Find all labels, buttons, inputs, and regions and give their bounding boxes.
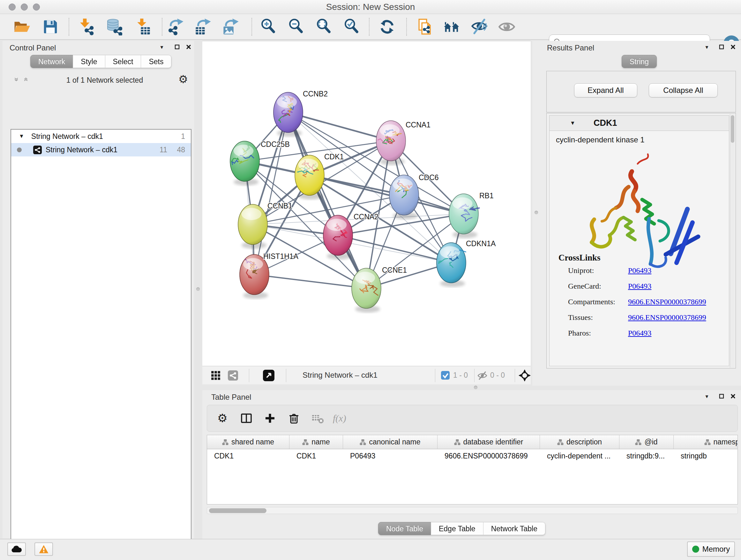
network-edge[interactable] <box>254 274 366 288</box>
network-node-CCNE1[interactable]: CCNE1 <box>352 266 407 313</box>
duplicate-network-button[interactable] <box>416 18 433 36</box>
table-options-gear-icon[interactable]: ⚙ <box>217 412 227 425</box>
collapse-all-button[interactable]: Collapse All <box>649 83 718 98</box>
bottom-splitter-handle[interactable] <box>474 386 477 389</box>
save-session-button[interactable] <box>42 18 59 36</box>
crosslink-value-link[interactable]: 9606.ENSP00000378699 <box>628 298 706 306</box>
open-session-button[interactable] <box>13 18 30 36</box>
crosslink-value-link[interactable]: P06493 <box>628 329 651 337</box>
birdseye-view-icon[interactable] <box>263 370 274 381</box>
tab-network[interactable]: Network <box>30 55 73 68</box>
network-view-icon[interactable] <box>228 370 238 381</box>
table-cell[interactable]: P06493 <box>343 449 437 462</box>
grid-view-icon[interactable] <box>211 370 221 381</box>
tab-style[interactable]: Style <box>73 55 105 68</box>
show-columns-icon[interactable] <box>240 412 253 425</box>
network-node-CCNB2[interactable]: CCNB2 <box>273 90 328 137</box>
tab-string[interactable]: String <box>622 55 657 68</box>
memory-button[interactable]: Memory <box>687 542 735 557</box>
table-cell[interactable]: CDK1 <box>289 449 343 462</box>
crosslink-value-link[interactable]: P06493 <box>628 266 651 275</box>
tab-sets[interactable]: Sets <box>141 55 172 68</box>
import-table-button[interactable] <box>134 18 151 36</box>
add-column-icon[interactable] <box>264 412 276 425</box>
tab-select[interactable]: Select <box>105 55 141 68</box>
function-builder-icon[interactable]: f(x) <box>331 412 351 425</box>
network-canvas[interactable]: CCNB2 CCNA1 CDC25B CDK1 CDC6 RB1 CCNB1 <box>202 41 531 366</box>
table-scrollbar-thumb[interactable] <box>209 508 266 513</box>
hidden-eye-icon[interactable] <box>477 371 487 381</box>
expand-all-networks-icon[interactable] <box>22 75 30 84</box>
expand-all-button[interactable]: Expand All <box>574 83 637 98</box>
results-panel-float-icon[interactable] <box>718 44 725 51</box>
zoom-selected-button[interactable] <box>343 18 360 36</box>
warnings-button[interactable] <box>35 543 53 556</box>
show-all-button[interactable] <box>498 18 515 36</box>
table-cell[interactable]: CDK1 <box>207 449 289 462</box>
export-table-button[interactable] <box>195 18 212 36</box>
first-neighbors-button[interactable] <box>443 18 461 36</box>
network-node-RB1[interactable]: RB1 <box>449 192 494 238</box>
network-panel-options-gear-icon[interactable]: ⚙ <box>178 73 189 85</box>
results-panel-menu-icon[interactable]: ▼ <box>703 44 711 51</box>
collection-expander-icon[interactable]: ▼ <box>19 133 24 139</box>
zoom-in-button[interactable] <box>260 18 277 36</box>
network-edge[interactable] <box>310 175 464 214</box>
apply-layout-button[interactable] <box>379 18 396 36</box>
export-network-button[interactable] <box>167 18 185 36</box>
network-graph[interactable]: CCNB2 CCNA1 CDC25B CDK1 CDC6 RB1 CCNB1 <box>202 41 531 366</box>
table-cell[interactable]: stringdb:9... <box>619 449 674 462</box>
control-panel-float-icon[interactable] <box>174 44 181 51</box>
cloud-status-button[interactable] <box>7 543 26 556</box>
column-header-canonical-name[interactable]: canonical name <box>343 435 437 449</box>
delete-column-icon[interactable] <box>287 412 300 425</box>
zoom-out-button[interactable] <box>287 18 305 36</box>
import-network-database-button[interactable] <box>105 18 122 36</box>
right-splitter-handle[interactable] <box>535 211 538 214</box>
network-node-CDKN1A[interactable]: CDKN1A <box>436 240 496 287</box>
hide-selected-button[interactable] <box>471 18 488 36</box>
selected-checkbox-icon[interactable] <box>441 371 450 380</box>
collapse-all-networks-icon[interactable] <box>12 75 20 84</box>
export-image-button[interactable] <box>222 18 240 36</box>
zoom-fit-button[interactable] <box>315 18 333 36</box>
crosslink-value-link[interactable]: 9606.ENSP00000378699 <box>628 313 706 322</box>
table-horizontal-scrollbar[interactable] <box>207 507 738 514</box>
delete-table-icon[interactable] <box>311 412 324 425</box>
column-header-name[interactable]: name <box>289 435 343 449</box>
control-panel-menu-icon[interactable]: ▼ <box>158 44 165 51</box>
table-cell[interactable]: 9606.ENSP00000378699 <box>437 449 540 462</box>
table-cell[interactable]: stringdb <box>674 449 738 462</box>
import-network-button[interactable] <box>77 18 94 36</box>
column-header-database-identifier[interactable]: database identifier <box>437 435 540 449</box>
network-edge[interactable] <box>288 112 366 288</box>
left-splitter-handle[interactable] <box>196 287 200 291</box>
gene-section-header[interactable]: ▼ CDK1 <box>549 116 729 131</box>
network-node-CCNA1[interactable]: CCNA1 <box>376 121 430 165</box>
tab-edge-table[interactable]: Edge Table <box>431 522 483 535</box>
table-cell[interactable]: cyclin-dependent ... <box>540 449 619 462</box>
column-header-namespace[interactable]: namespace <box>674 435 738 449</box>
column-header-description[interactable]: description <box>540 435 619 449</box>
network-edge[interactable] <box>254 112 288 274</box>
table-row[interactable]: CDK1CDK1P064939606.ENSP00000378699cyclin… <box>207 449 738 462</box>
tab-node-table[interactable]: Node Table <box>378 522 431 535</box>
network-edge[interactable] <box>338 235 451 263</box>
fit-selected-crosshair-icon[interactable] <box>518 369 531 382</box>
tab-network-table[interactable]: Network Table <box>483 522 545 535</box>
table-panel-float-icon[interactable] <box>718 393 725 400</box>
crosslink-value-link[interactable]: P06493 <box>628 282 651 291</box>
network-node-CDC25B[interactable]: CDC25B <box>230 140 290 186</box>
network-node-HIST1H1A[interactable]: HIST1H1A <box>240 252 299 299</box>
network-node-CDC6[interactable]: CDC6 <box>389 173 439 219</box>
results-scrollbar[interactable] <box>730 114 735 368</box>
control-panel-close-icon[interactable] <box>185 44 192 51</box>
results-panel-close-icon[interactable] <box>730 44 737 51</box>
table-panel-close-icon[interactable] <box>730 393 737 400</box>
column-header-shared-name[interactable]: shared name <box>207 435 289 449</box>
results-scrollbar-thumb[interactable] <box>731 115 734 143</box>
network-row-selected[interactable]: String Network – cdk1 11 48 <box>11 143 191 157</box>
network-collection-row[interactable]: ▼ String Network – cdk1 1 <box>11 130 191 143</box>
gene-expander-icon[interactable]: ▼ <box>570 120 576 126</box>
column-header--id[interactable]: @id <box>619 435 674 449</box>
